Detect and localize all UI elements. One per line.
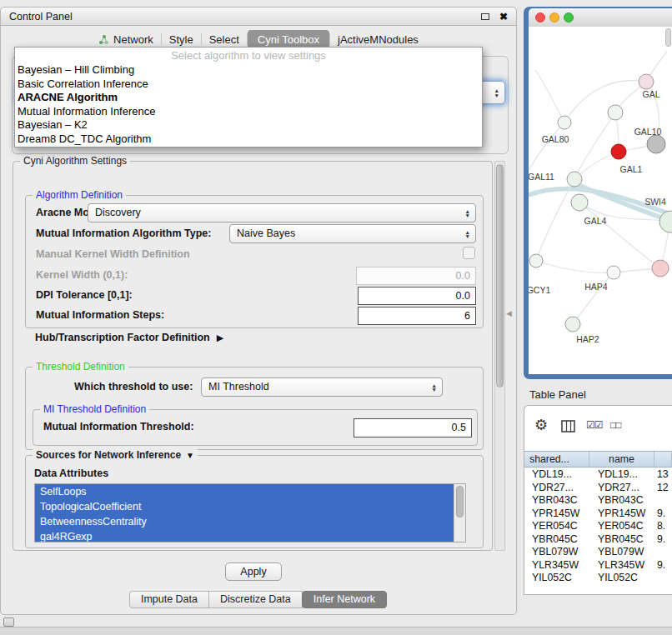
cell: 13	[654, 468, 672, 482]
apply-button[interactable]: Apply	[225, 562, 282, 581]
network-edge	[564, 81, 646, 122]
kernel-width-label: Kernel Width (0,1):	[36, 269, 128, 281]
network-node[interactable]	[607, 266, 620, 279]
algorithm-option[interactable]: Bayesian – Hill Climbing	[15, 63, 482, 78]
network-window-titlebar	[529, 8, 672, 27]
desktop: Control Panel ✖ Network Style Select Cyn…	[0, 0, 672, 635]
cell: YLR345W	[524, 559, 589, 572]
cell: YBR045C	[524, 533, 589, 547]
cell: YDL19...	[524, 468, 589, 482]
minimized-panel-icon[interactable]	[3, 618, 14, 627]
algorithm-option[interactable]: Basic Correlation Inference	[15, 78, 482, 92]
list-scrollbar-thumb[interactable]	[456, 486, 464, 518]
tab-discretize-data[interactable]: Discretize Data	[208, 591, 303, 608]
list-item-selected[interactable]: gal4RGexp	[35, 529, 454, 542]
table-panel-label: Table Panel	[524, 387, 672, 403]
list-scrollbar[interactable]	[454, 484, 465, 542]
panel-splitter-arrow[interactable]: ◀	[506, 309, 512, 318]
table-row[interactable]: YLR345WYLR345W9.	[524, 559, 672, 572]
aracne-mode-select[interactable]: Discovery ▲▼	[88, 203, 476, 222]
list-item-selected[interactable]: TopologicalCoefficient	[35, 499, 454, 514]
table-row[interactable]: YER054CYER054C8.	[524, 520, 672, 533]
algorithm-option-selected[interactable]: ARACNE Algorithm	[15, 91, 482, 105]
network-node[interactable]	[529, 254, 543, 268]
control-panel-titlebar: Control Panel ✖	[1, 8, 516, 26]
table-row[interactable]: YBR045CYBR045C9.	[524, 533, 672, 547]
table-row[interactable]: YDL19...YDL19...13	[524, 468, 672, 482]
zoom-traffic-light-icon[interactable]	[564, 12, 574, 22]
settings-scrollbar-thumb[interactable]	[496, 164, 504, 388]
settings-group-title: Cyni Algorithm Settings	[20, 155, 130, 167]
column-header-shared-name[interactable]: shared...	[524, 452, 589, 467]
sources-group-header[interactable]: Sources for Network Inference ▼	[33, 449, 198, 461]
tab-impute-data[interactable]: Impute Data	[129, 591, 209, 608]
network-node[interactable]	[567, 172, 582, 187]
algorithm-dropdown-popup: Select algorithm to view settings Bayesi…	[14, 47, 483, 148]
table-row[interactable]: YIL052CYIL052C	[524, 572, 672, 585]
column-header-name[interactable]: name	[589, 452, 654, 467]
algorithm-option-placeholder[interactable]: Select algorithm to view settings	[15, 48, 482, 63]
network-node[interactable]	[558, 116, 571, 129]
network-node[interactable]	[611, 144, 626, 159]
network-edge	[529, 122, 564, 170]
table-settings-gear-icon[interactable]: ⚙	[534, 416, 548, 434]
cell: YER054C	[524, 520, 589, 533]
tab-infer-network[interactable]: Infer Network	[302, 591, 387, 608]
network-node[interactable]	[659, 211, 672, 232]
mi-algorithm-type-label: Mutual Information Algorithm Type:	[36, 228, 211, 239]
deselect-all-checkboxes-icon[interactable]: □□	[610, 419, 621, 431]
table-row[interactable]: YBR043CYBR043C	[524, 494, 672, 508]
settings-scrollbar[interactable]	[494, 161, 505, 551]
network-scrollbar-thumb[interactable]	[665, 28, 671, 47]
sources-group: Sources for Network Inference ▼ Data Att…	[25, 455, 484, 548]
column-header-partial[interactable]	[654, 452, 672, 467]
kernel-width-field[interactable]: 0.0	[356, 267, 476, 285]
algorithm-option[interactable]: Bayesian – K2	[15, 118, 482, 132]
float-window-icon[interactable]	[481, 13, 489, 20]
network-node[interactable]	[565, 317, 580, 332]
algorithm-option[interactable]: Mutual Information Inference	[15, 105, 482, 119]
table-body: YDL19...YDL19...13 YDR27...YDR27...12 YB…	[524, 468, 672, 585]
algorithm-option[interactable]: Dream8 DC_TDC Algorithm	[15, 132, 482, 147]
close-window-icon[interactable]: ✖	[499, 11, 508, 22]
which-threshold-select[interactable]: MI Threshold ▲▼	[201, 378, 443, 397]
network-node[interactable]	[571, 194, 588, 211]
cell: 9.	[654, 559, 672, 572]
cell	[654, 572, 672, 585]
minimize-traffic-light-icon[interactable]	[549, 12, 559, 22]
mi-threshold-field[interactable]: 0.5	[354, 418, 472, 438]
mi-steps-field[interactable]: 6	[358, 307, 476, 325]
table-row[interactable]: YDR27...YDR27...12	[524, 482, 672, 495]
control-panel-window: Control Panel ✖ Network Style Select Cyn…	[0, 7, 517, 615]
network-node[interactable]	[647, 135, 665, 153]
mi-algorithm-type-select[interactable]: Naive Bayes ▲▼	[229, 224, 476, 243]
network-node-label: GAL4	[584, 216, 607, 226]
network-canvas[interactable]: GALGAL80GAL10GAL11GAL1SWI4GAL4GCY1HAP4HA…	[529, 27, 672, 374]
cell: YBR043C	[524, 494, 589, 508]
table-toolbar: ⚙ ☑☑ □□	[524, 406, 672, 451]
table-row[interactable]: YBL079WYBL079W	[524, 546, 672, 559]
select-all-checkboxes-icon[interactable]: ☑☑	[586, 419, 603, 431]
cell	[654, 546, 672, 559]
list-item-selected[interactable]: SelfLoops	[35, 484, 454, 499]
data-attributes-list: SelfLoops TopologicalCoefficient Between…	[34, 483, 466, 542]
network-node[interactable]	[639, 74, 654, 89]
dpi-tolerance-field[interactable]: 0.0	[358, 287, 476, 305]
threshold-definition-title: Threshold Definition	[33, 361, 128, 372]
network-node[interactable]	[652, 260, 669, 277]
manual-kernel-width-label: Manual Kernel Width Definition	[36, 248, 190, 260]
close-traffic-light-icon[interactable]	[535, 12, 545, 22]
table-row[interactable]: YPR145WYPR145W9.	[524, 508, 672, 521]
expand-right-arrow-icon: ▶	[217, 332, 223, 343]
network-graph[interactable]: GALGAL80GAL10GAL11GAL1SWI4GAL4GCY1HAP4HA…	[529, 27, 672, 374]
manual-kernel-width-checkbox[interactable]	[463, 247, 475, 259]
cell: YIL052C	[524, 572, 589, 585]
which-threshold-label: Which threshold to use:	[74, 381, 193, 392]
network-node[interactable]	[608, 105, 623, 120]
hub-definition-expander[interactable]: Hub/Transcription Factor Definition ▶	[35, 332, 223, 343]
network-node-label: GAL11	[529, 172, 554, 182]
bottom-strip	[0, 627, 672, 635]
list-item-selected[interactable]: BetweennessCentrality	[35, 514, 454, 529]
tab-label: jActiveMNodules	[338, 33, 419, 46]
column-chooser-icon[interactable]	[561, 420, 575, 432]
